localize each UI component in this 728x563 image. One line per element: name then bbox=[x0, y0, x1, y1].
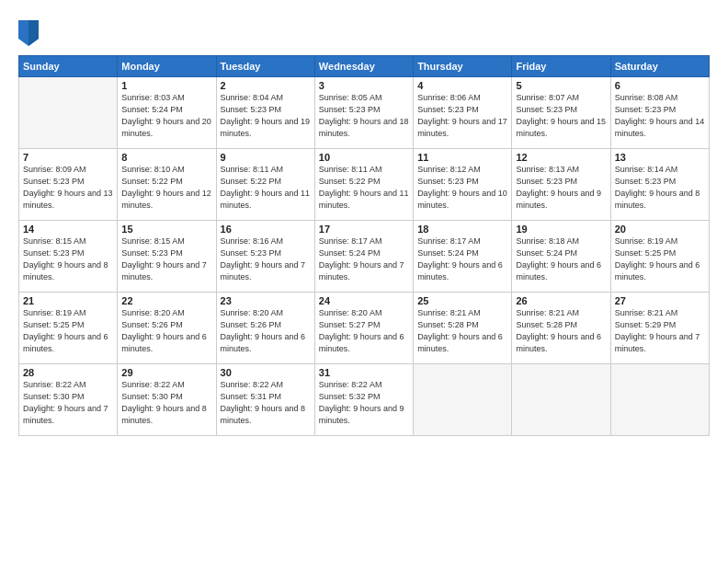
day-cell: 27Sunrise: 8:21 AMSunset: 5:29 PMDayligh… bbox=[610, 293, 709, 364]
day-info: Sunrise: 8:06 AMSunset: 5:23 PMDaylight:… bbox=[417, 92, 507, 140]
day-number: 8 bbox=[121, 152, 211, 163]
day-info: Sunrise: 8:22 AMSunset: 5:30 PMDaylight:… bbox=[23, 379, 113, 427]
day-info: Sunrise: 8:12 AMSunset: 5:23 PMDaylight:… bbox=[417, 164, 507, 212]
day-info: Sunrise: 8:14 AMSunset: 5:23 PMDaylight:… bbox=[615, 164, 705, 212]
day-cell: 25Sunrise: 8:21 AMSunset: 5:28 PMDayligh… bbox=[414, 293, 512, 364]
day-info: Sunrise: 8:20 AMSunset: 5:27 PMDaylight:… bbox=[319, 307, 409, 355]
day-cell: 8Sunrise: 8:10 AMSunset: 5:22 PMDaylight… bbox=[118, 149, 216, 221]
weekday-header: Wednesday bbox=[314, 56, 413, 77]
day-info: Sunrise: 8:21 AMSunset: 5:28 PMDaylight:… bbox=[417, 307, 507, 355]
header bbox=[18, 17, 710, 46]
day-info: Sunrise: 8:09 AMSunset: 5:23 PMDaylight:… bbox=[23, 164, 113, 212]
day-cell: 7Sunrise: 8:09 AMSunset: 5:23 PMDaylight… bbox=[19, 149, 118, 221]
day-cell: 19Sunrise: 8:18 AMSunset: 5:24 PMDayligh… bbox=[512, 221, 610, 293]
svg-marker-1 bbox=[28, 20, 39, 46]
day-info: Sunrise: 8:16 AMSunset: 5:23 PMDaylight:… bbox=[221, 236, 311, 283]
day-number: 17 bbox=[319, 224, 409, 235]
day-cell: 6Sunrise: 8:08 AMSunset: 5:23 PMDaylight… bbox=[610, 77, 709, 149]
day-cell: 2Sunrise: 8:04 AMSunset: 5:23 PMDaylight… bbox=[216, 77, 314, 149]
day-info: Sunrise: 8:07 AMSunset: 5:23 PMDaylight:… bbox=[516, 92, 606, 140]
day-cell: 26Sunrise: 8:21 AMSunset: 5:28 PMDayligh… bbox=[512, 293, 610, 364]
logo-icon bbox=[18, 20, 39, 46]
day-info: Sunrise: 8:15 AMSunset: 5:23 PMDaylight:… bbox=[23, 236, 113, 283]
day-number: 20 bbox=[615, 224, 705, 235]
week-row: 21Sunrise: 8:19 AMSunset: 5:25 PMDayligh… bbox=[19, 293, 710, 364]
day-number: 16 bbox=[221, 224, 311, 235]
day-info: Sunrise: 8:08 AMSunset: 5:23 PMDaylight:… bbox=[615, 92, 705, 140]
day-cell: 16Sunrise: 8:16 AMSunset: 5:23 PMDayligh… bbox=[216, 221, 314, 293]
day-cell: 30Sunrise: 8:22 AMSunset: 5:31 PMDayligh… bbox=[216, 364, 314, 436]
day-info: Sunrise: 8:11 AMSunset: 5:22 PMDaylight:… bbox=[221, 164, 311, 212]
day-cell: 11Sunrise: 8:12 AMSunset: 5:23 PMDayligh… bbox=[414, 149, 512, 221]
day-cell: 3Sunrise: 8:05 AMSunset: 5:23 PMDaylight… bbox=[314, 77, 413, 149]
weekday-header-row: SundayMondayTuesdayWednesdayThursdayFrid… bbox=[19, 56, 710, 77]
day-number: 21 bbox=[23, 295, 113, 306]
day-info: Sunrise: 8:22 AMSunset: 5:31 PMDaylight:… bbox=[221, 379, 311, 427]
day-number: 30 bbox=[221, 367, 311, 378]
week-row: 7Sunrise: 8:09 AMSunset: 5:23 PMDaylight… bbox=[19, 149, 710, 221]
day-number: 6 bbox=[615, 80, 705, 91]
day-info: Sunrise: 8:11 AMSunset: 5:22 PMDaylight:… bbox=[319, 164, 409, 212]
day-number: 10 bbox=[319, 152, 409, 163]
day-cell: 31Sunrise: 8:22 AMSunset: 5:32 PMDayligh… bbox=[314, 364, 413, 436]
day-cell: 12Sunrise: 8:13 AMSunset: 5:23 PMDayligh… bbox=[512, 149, 610, 221]
day-number: 2 bbox=[221, 80, 311, 91]
day-number: 22 bbox=[121, 295, 211, 306]
day-cell: 10Sunrise: 8:11 AMSunset: 5:22 PMDayligh… bbox=[314, 149, 413, 221]
logo bbox=[18, 20, 42, 46]
day-number: 19 bbox=[516, 224, 606, 235]
day-number: 9 bbox=[221, 152, 311, 163]
day-number: 15 bbox=[121, 224, 211, 235]
day-info: Sunrise: 8:17 AMSunset: 5:24 PMDaylight:… bbox=[417, 236, 507, 283]
day-cell: 1Sunrise: 8:03 AMSunset: 5:24 PMDaylight… bbox=[118, 77, 216, 149]
day-info: Sunrise: 8:21 AMSunset: 5:29 PMDaylight:… bbox=[615, 307, 705, 355]
weekday-header: Thursday bbox=[414, 56, 512, 77]
day-number: 24 bbox=[319, 295, 409, 306]
day-info: Sunrise: 8:19 AMSunset: 5:25 PMDaylight:… bbox=[23, 307, 113, 355]
week-row: 14Sunrise: 8:15 AMSunset: 5:23 PMDayligh… bbox=[19, 221, 710, 293]
day-number: 7 bbox=[23, 152, 113, 163]
day-cell: 29Sunrise: 8:22 AMSunset: 5:30 PMDayligh… bbox=[118, 364, 216, 436]
day-info: Sunrise: 8:03 AMSunset: 5:24 PMDaylight:… bbox=[121, 92, 211, 140]
day-info: Sunrise: 8:04 AMSunset: 5:23 PMDaylight:… bbox=[221, 92, 311, 140]
day-number: 5 bbox=[516, 80, 606, 91]
week-row: 1Sunrise: 8:03 AMSunset: 5:24 PMDaylight… bbox=[19, 77, 710, 149]
day-number: 12 bbox=[516, 152, 606, 163]
day-cell: 4Sunrise: 8:06 AMSunset: 5:23 PMDaylight… bbox=[414, 77, 512, 149]
day-info: Sunrise: 8:18 AMSunset: 5:24 PMDaylight:… bbox=[516, 236, 606, 283]
day-number: 11 bbox=[417, 152, 507, 163]
day-cell: 17Sunrise: 8:17 AMSunset: 5:24 PMDayligh… bbox=[314, 221, 413, 293]
day-cell bbox=[414, 364, 512, 436]
day-cell: 23Sunrise: 8:20 AMSunset: 5:26 PMDayligh… bbox=[216, 293, 314, 364]
day-info: Sunrise: 8:21 AMSunset: 5:28 PMDaylight:… bbox=[516, 307, 606, 355]
weekday-header: Saturday bbox=[610, 56, 709, 77]
day-number: 28 bbox=[23, 367, 113, 378]
day-cell: 5Sunrise: 8:07 AMSunset: 5:23 PMDaylight… bbox=[512, 77, 610, 149]
day-cell bbox=[610, 364, 709, 436]
day-info: Sunrise: 8:20 AMSunset: 5:26 PMDaylight:… bbox=[221, 307, 311, 355]
day-number: 26 bbox=[516, 295, 606, 306]
day-info: Sunrise: 8:22 AMSunset: 5:30 PMDaylight:… bbox=[121, 379, 211, 427]
day-info: Sunrise: 8:17 AMSunset: 5:24 PMDaylight:… bbox=[319, 236, 409, 283]
day-cell: 9Sunrise: 8:11 AMSunset: 5:22 PMDaylight… bbox=[216, 149, 314, 221]
day-cell: 20Sunrise: 8:19 AMSunset: 5:25 PMDayligh… bbox=[610, 221, 709, 293]
week-row: 28Sunrise: 8:22 AMSunset: 5:30 PMDayligh… bbox=[19, 364, 710, 436]
day-info: Sunrise: 8:19 AMSunset: 5:25 PMDaylight:… bbox=[615, 236, 705, 283]
day-number: 25 bbox=[417, 295, 507, 306]
weekday-header: Tuesday bbox=[216, 56, 314, 77]
day-number: 3 bbox=[319, 80, 409, 91]
day-cell bbox=[512, 364, 610, 436]
day-cell: 21Sunrise: 8:19 AMSunset: 5:25 PMDayligh… bbox=[19, 293, 118, 364]
day-info: Sunrise: 8:20 AMSunset: 5:26 PMDaylight:… bbox=[121, 307, 211, 355]
day-info: Sunrise: 8:05 AMSunset: 5:23 PMDaylight:… bbox=[319, 92, 409, 140]
day-number: 13 bbox=[615, 152, 705, 163]
day-cell: 28Sunrise: 8:22 AMSunset: 5:30 PMDayligh… bbox=[19, 364, 118, 436]
day-cell bbox=[19, 77, 118, 149]
day-info: Sunrise: 8:10 AMSunset: 5:22 PMDaylight:… bbox=[121, 164, 211, 212]
day-number: 31 bbox=[319, 367, 409, 378]
day-number: 23 bbox=[221, 295, 311, 306]
day-number: 1 bbox=[121, 80, 211, 91]
day-cell: 22Sunrise: 8:20 AMSunset: 5:26 PMDayligh… bbox=[118, 293, 216, 364]
day-cell: 13Sunrise: 8:14 AMSunset: 5:23 PMDayligh… bbox=[610, 149, 709, 221]
day-info: Sunrise: 8:22 AMSunset: 5:32 PMDaylight:… bbox=[319, 379, 409, 427]
